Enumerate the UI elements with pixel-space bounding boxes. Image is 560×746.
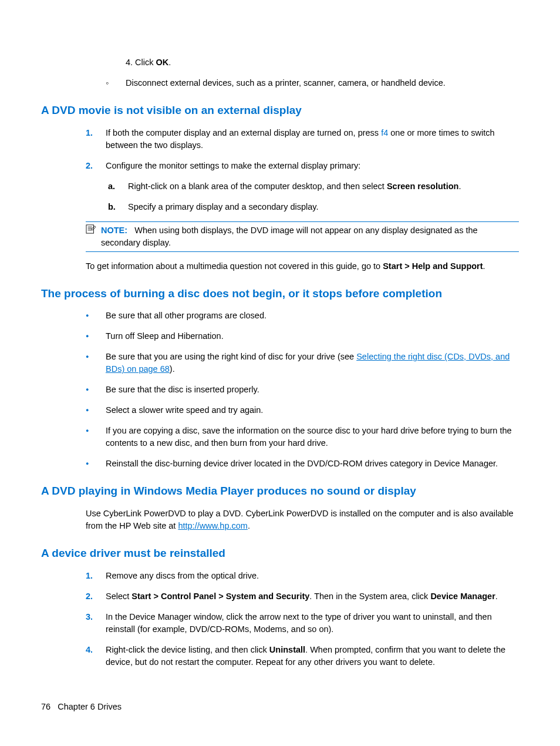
list-item: Right-click on a blank area of the compu… xyxy=(108,180,519,193)
section-content: Be sure that all other programs are clos… xyxy=(86,310,519,470)
svg-rect-0 xyxy=(86,225,93,233)
text: Be sure that you are using the right kin… xyxy=(106,352,356,361)
list-item: Be sure that you are using the right kin… xyxy=(86,351,519,375)
text: . xyxy=(168,58,171,67)
list-item: Select Start > Control Panel > System an… xyxy=(86,590,519,603)
bold-text: Screen resolution xyxy=(387,182,458,191)
bold-text: Start > Control Panel > System and Secur… xyxy=(131,592,309,601)
text: . xyxy=(248,521,250,530)
text: In the Device Manager window, click the … xyxy=(106,612,492,634)
bold-text: Uninstall xyxy=(269,645,305,654)
key-label: f4 xyxy=(381,128,388,137)
paragraph: To get information about a multimedia qu… xyxy=(86,260,519,273)
text: Reinstall the disc-burning device driver… xyxy=(106,459,498,468)
text: Right-click on a blank area of the compu… xyxy=(128,182,387,191)
section-content: Use CyberLink PowerDVD to play a DVD. Cy… xyxy=(86,508,519,532)
text: Specify a primary display and a secondar… xyxy=(128,202,319,211)
paragraph: Use CyberLink PowerDVD to play a DVD. Cy… xyxy=(86,508,519,532)
sub-bullet-list: Disconnect external devices, such as a p… xyxy=(106,77,519,89)
list-item: Specify a primary display and a secondar… xyxy=(108,201,519,213)
list-item: Turn off Sleep and Hibernation. xyxy=(86,330,519,342)
text: ). xyxy=(170,364,175,374)
text: If you are copying a disc, save the info… xyxy=(106,426,512,448)
bold-text: Device Manager xyxy=(430,592,495,601)
text: . xyxy=(483,261,485,271)
list-item: Remove any discs from the optical drive. xyxy=(86,570,519,582)
sub-bullet-item: Disconnect external devices, such as a p… xyxy=(106,77,519,89)
text: Be sure that the disc is inserted proper… xyxy=(106,385,259,394)
bold-text: OK xyxy=(156,58,169,67)
list-item: In the Device Manager window, click the … xyxy=(86,611,519,636)
list-item: Reinstall the disc-burning device driver… xyxy=(86,458,519,470)
page-footer: 76 Chapter 6 Drives xyxy=(41,701,122,713)
list-item: Right-click the device listing, and then… xyxy=(86,644,519,668)
text: Right-click the device listing, and then… xyxy=(106,645,269,654)
section-heading-driver: A device driver must be reinstalled xyxy=(41,545,519,562)
text: Use CyberLink PowerDVD to play a DVD. Cy… xyxy=(86,509,514,530)
bullet-list: Be sure that all other programs are clos… xyxy=(86,310,519,470)
text: If both the computer display and an exte… xyxy=(106,128,381,137)
section-heading-dvd-external: A DVD movie is not visible on an externa… xyxy=(41,102,519,119)
chapter-label: Chapter 6 Drives xyxy=(58,702,122,711)
external-link[interactable]: http://www.hp.com xyxy=(178,521,247,530)
text: . xyxy=(495,592,498,601)
text: . xyxy=(458,182,461,191)
text: Select a slower write speed and try agai… xyxy=(106,405,263,415)
section-content: If both the computer display and an exte… xyxy=(86,127,519,273)
list-item: If you are copying a disc, save the info… xyxy=(86,425,519,449)
note-text: When using both displays, the DVD image … xyxy=(101,226,478,247)
list-item: Be sure that the disc is inserted proper… xyxy=(86,384,519,396)
text: Configure the monitor settings to make t… xyxy=(106,161,360,170)
list-item: Be sure that all other programs are clos… xyxy=(86,310,519,322)
text: To get information about a multimedia qu… xyxy=(86,261,383,271)
note-icon xyxy=(86,224,96,234)
section-heading-burning: The process of burning a disc does not b… xyxy=(41,285,519,302)
numbered-list: Remove any discs from the optical drive.… xyxy=(86,570,519,668)
note-label: NOTE: xyxy=(101,226,127,235)
text: 4. Click xyxy=(126,58,156,67)
list-item: Configure the monitor settings to make t… xyxy=(86,160,519,213)
text: Disconnect external devices, such as a p… xyxy=(126,78,446,88)
numbered-list: If both the computer display and an exte… xyxy=(86,127,519,213)
text: Remove any discs from the optical drive. xyxy=(106,571,259,580)
list-item: Select a slower write speed and try agai… xyxy=(86,404,519,416)
text: Turn off Sleep and Hibernation. xyxy=(106,331,224,341)
note-block: NOTE: When using both displays, the DVD … xyxy=(86,221,519,252)
substep-4: 4. Click OK. xyxy=(126,56,519,69)
section-content: Remove any discs from the optical drive.… xyxy=(86,570,519,668)
list-item: If both the computer display and an exte… xyxy=(86,127,519,152)
text: Be sure that all other programs are clos… xyxy=(106,311,266,320)
page-number: 76 xyxy=(41,702,50,711)
lettered-list: Right-click on a blank area of the compu… xyxy=(108,180,519,213)
bold-text: Start > Help and Support xyxy=(383,261,483,271)
text: . Then in the System area, click xyxy=(309,592,430,601)
section-heading-wmp: A DVD playing in Windows Media Player pr… xyxy=(41,483,519,499)
text: Select xyxy=(106,592,131,601)
continuation-block: 4. Click OK. Disconnect external devices… xyxy=(106,56,519,89)
